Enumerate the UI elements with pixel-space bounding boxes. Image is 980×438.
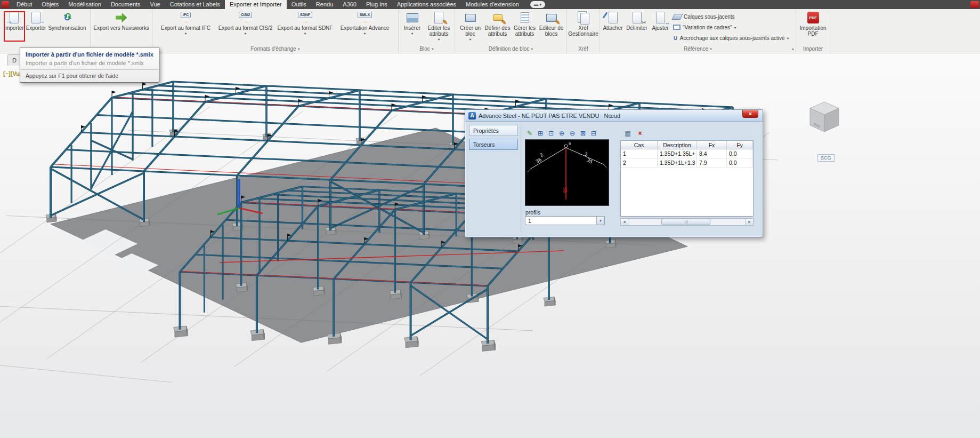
dropdown-icon[interactable]: ▾ [787, 36, 789, 39]
dialog-toolbar: ✎ ⊞ ⊡ ⊕ ⊖ ⊠ ⊟ [525, 129, 598, 138]
app-icon[interactable] [2, 1, 9, 8]
menu-tab-applications-associees[interactable]: Applications associées [392, 0, 461, 9]
pdf-badge: PDF [807, 12, 819, 23]
viewport-controls-label[interactable]: [−][Vu [3, 70, 20, 77]
variation-cadres-button[interactable]: "Variation de cadres" ▾ [671, 22, 791, 33]
menu-tab-debut[interactable]: Début [12, 0, 37, 9]
menu-tab-modules-extension[interactable]: Modules d'extension [461, 0, 524, 9]
zoom-out-icon[interactable]: ⊖ [568, 129, 577, 138]
table-cell: 8.4 [697, 149, 727, 158]
table-cell: 1.35D+1.35L+ [658, 149, 697, 158]
table-row[interactable]: 2 1.35D+1L+1.3 7.9 0.0 [621, 158, 753, 168]
profils-select[interactable]: 1 ▾ [525, 216, 605, 225]
zoom-extents-icon[interactable]: ⊠ [578, 129, 588, 138]
menu-tab-vue[interactable]: Vue [145, 0, 165, 9]
panel-bloc[interactable]: Bloc ▾ [399, 45, 455, 53]
node-diagram-canvas[interactable]: 2 36 3 35 0 38 [525, 139, 609, 206]
zoom-window-icon[interactable]: ⊞ [536, 129, 545, 138]
export-navisworks-button[interactable]: Export vers Navisworks [92, 10, 151, 45]
export-ifc-button[interactable]: IFC→ Export au format IFC ▾ [156, 10, 216, 45]
menu-tab-exporter-importer[interactable]: Exporter et Importer [225, 0, 287, 9]
viewcube[interactable]: GAU [806, 99, 843, 141]
gerer-attributs-button[interactable]: Gérer les attributs [512, 10, 538, 45]
dropdown-icon[interactable]: ▾ [244, 32, 246, 35]
menu-tab-cotations-labels[interactable]: Cotations et Labels [165, 0, 225, 9]
dialog-tab-proprietes[interactable]: Propriétés [469, 125, 518, 136]
calques-sous-jacents-button[interactable]: Calques sous-jacents [671, 11, 791, 22]
exporter-button[interactable]: → Exporter [25, 10, 47, 45]
menu-tab-a360[interactable]: A360 [338, 0, 361, 9]
column-header[interactable]: Cas [621, 141, 658, 149]
sync-icon: ↻↻ [61, 11, 74, 25]
ribbon-collapse-button[interactable]: ▬ ▾ [530, 1, 545, 8]
table-cell: 7.9 [697, 158, 727, 168]
panel-definition-bloc[interactable]: Définition de bloc ▾ [455, 45, 566, 53]
synchronisation-button[interactable]: ↻↻ Synchronisation [47, 10, 87, 45]
delete-row-icon[interactable]: × [635, 129, 645, 138]
menu-tab-documents[interactable]: Documents [106, 0, 145, 9]
node-properties-dialog: A Advance Steel - NE PEUT PAS ETRE VENDU… [465, 109, 763, 237]
copy-table-icon[interactable]: ▦ [623, 129, 633, 138]
export-cis2-button[interactable]: CIS/2→ Export au format CIS/2 ▾ [216, 10, 276, 45]
creer-bloc-button[interactable]: Créer un bloc ▾ [457, 10, 484, 45]
export-arrow-icon: → [242, 19, 248, 23]
scroll-right-icon[interactable]: ► [746, 219, 753, 225]
zoom-previous-icon[interactable]: ⊟ [589, 129, 598, 138]
inserer-button[interactable]: Insérer ▾ [400, 10, 425, 45]
button-label: Export au format SDNF [278, 25, 333, 31]
dropdown-icon[interactable]: ▾ [438, 38, 440, 41]
dropdown-icon[interactable]: ▾ [304, 32, 306, 35]
menu-tab-objets[interactable]: Objets [37, 0, 63, 9]
dialog-tab-torseurs[interactable]: Torseurs [469, 139, 518, 150]
scroll-left-icon[interactable]: ◄ [621, 219, 628, 225]
edit-node-icon[interactable]: ✎ [525, 129, 534, 138]
menu-tab-outils[interactable]: Outils [287, 0, 311, 9]
ajuster-button[interactable]: ↔ Ajuster [649, 10, 671, 45]
zoom-dynamic-icon[interactable]: ⊡ [546, 129, 556, 138]
dropdown-icon[interactable]: ▾ [469, 38, 471, 41]
menu-tab-modelisation[interactable]: Modélisation [63, 0, 106, 9]
dropdown-icon[interactable]: ▾ [411, 32, 413, 35]
exportation-advance-button[interactable]: SMLX→ Exportation Advance ▾ [335, 10, 395, 45]
panel-reference[interactable]: Référence ▾ ▾ [600, 45, 796, 53]
tooltip-divider [20, 69, 159, 70]
combo-dropdown-icon[interactable]: ▾ [596, 217, 604, 225]
xref-gestionnaire-button[interactable]: Xréf Gestionnaire [569, 10, 598, 45]
scrollbar-thumb[interactable] [661, 219, 710, 225]
accrochage-calques-button[interactable]: ∪ Accrochage aux calques sous-jacents ac… [671, 33, 791, 43]
attacher-button[interactable]: Attacher [601, 10, 625, 45]
export-sdnf-button[interactable]: SDNF→ Export au format SDNF ▾ [276, 10, 335, 45]
column-header[interactable]: Fx [697, 141, 727, 149]
create-block-icon [464, 11, 477, 25]
panel-formats-echange[interactable]: Formats d'échange ▾ [152, 45, 398, 53]
panel-importer[interactable]: Importer [796, 45, 830, 53]
button-label: Editer les attributs [426, 25, 452, 37]
panel-launcher-icon[interactable]: ▾ [790, 47, 795, 52]
menu-tab-rendu[interactable]: Rendu [311, 0, 338, 9]
panel-xref[interactable]: Xréf [567, 45, 600, 53]
ribbon-group-reference: Attacher ✂ Délimiter ↔ Ajuster Calques s… [600, 9, 796, 53]
button-label: Gérer les attributs [513, 25, 537, 37]
importation-pdf-button[interactable]: PDF Importation PDF [798, 10, 829, 45]
editeur-blocs-button[interactable]: ✎ Editeur de blocs [538, 10, 565, 45]
ribbon-group-formats-echange: IFC→ Export au format IFC ▾ CIS/2→ Expor… [152, 9, 399, 53]
dropdown-icon[interactable]: ▾ [363, 32, 366, 35]
dropdown-icon[interactable]: ▾ [184, 32, 187, 35]
tooltip-title: Importer à partir d'un fichier de modèle… [26, 51, 153, 58]
table-horizontal-scrollbar[interactable]: ◄ ► [620, 218, 754, 226]
dialog-titlebar[interactable]: A Advance Steel - NE PEUT PAS ETRE VENDU… [465, 110, 763, 122]
definir-attributs-button[interactable]: ✎ Définir des attributs [484, 10, 512, 45]
titlebar-red-icon[interactable] [970, 1, 979, 8]
column-header[interactable]: Description [658, 141, 697, 149]
panel-dropdown-icon: ▾ [432, 47, 434, 51]
delimiter-button[interactable]: ✂ Délimiter [625, 10, 649, 45]
menu-tab-plugins[interactable]: Plug-ins [361, 0, 392, 9]
editer-attributs-button[interactable]: ✎ Editer les attributs ▾ [425, 10, 453, 45]
table-row[interactable]: 1 1.35D+1.35L+ 8.4 0.0 [621, 149, 753, 158]
scg-button[interactable]: SCG [817, 154, 835, 162]
zoom-in-icon[interactable]: ⊕ [557, 129, 566, 138]
column-header[interactable]: Fy [727, 141, 753, 149]
dialog-close-button[interactable]: × [742, 110, 758, 118]
dropdown-icon[interactable]: ▾ [734, 26, 736, 29]
table-cell: 1.35D+1L+1.3 [658, 158, 697, 168]
